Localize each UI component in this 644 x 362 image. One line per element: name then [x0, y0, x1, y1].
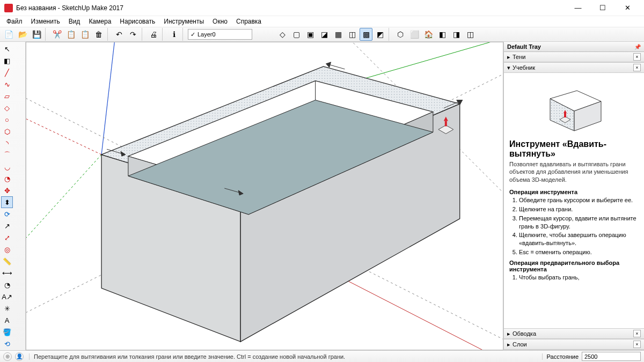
copy-icon[interactable]: 📋: [64, 28, 77, 41]
toolbox: ↖ ◧ ╱ ∿ ▱ ◇ ○ ⬡ ◝ ⌒ ◡ ◔ ✥ ⬍ ⟳ ↗ ⤢ ◎ 📏 ⟷ …: [0, 42, 26, 350]
paint-tool-icon[interactable]: 🪣: [1, 326, 13, 338]
expand-icon: ▸: [507, 54, 510, 61]
credits-icon[interactable]: 👤: [15, 352, 24, 361]
layer-selected-label: Layer0: [197, 31, 216, 38]
view-iso-icon[interactable]: ⬡: [394, 28, 407, 41]
style-iso-icon[interactable]: ◇: [276, 28, 289, 41]
arc2-tool-icon[interactable]: ⌒: [1, 149, 13, 161]
orbit-tool-icon[interactable]: ⟲: [1, 338, 13, 350]
style-hidden-icon[interactable]: ▣: [304, 28, 317, 41]
arc-tool-icon[interactable]: ◝: [1, 137, 13, 149]
separator: [142, 28, 145, 41]
style-xray-selected-icon[interactable]: ▩: [360, 28, 372, 41]
menu-window[interactable]: Окно: [208, 17, 232, 26]
undo-icon[interactable]: ↶: [113, 28, 126, 41]
viewport-3d[interactable]: [26, 42, 503, 350]
rotate-tool-icon[interactable]: ⟳: [1, 208, 13, 220]
tape-tool-icon[interactable]: 📏: [1, 255, 13, 267]
cut-icon[interactable]: ✂️: [50, 28, 63, 41]
menu-view[interactable]: Вид: [64, 17, 85, 26]
save-file-icon[interactable]: 💾: [30, 28, 43, 41]
close-button[interactable]: ✕: [615, 0, 640, 16]
menu-tools[interactable]: Инструменты: [159, 17, 208, 26]
select-tool-icon[interactable]: ↖: [1, 43, 13, 55]
view-back-icon[interactable]: ◨: [450, 28, 463, 41]
style-shaded-icon[interactable]: ◪: [318, 28, 331, 41]
panel-close-icon[interactable]: ×: [633, 53, 641, 61]
freehand-tool-icon[interactable]: ∿: [1, 78, 13, 90]
delete-icon[interactable]: 🗑: [92, 28, 105, 41]
menubar: Файл Изменить Вид Камера Нарисовать Инст…: [0, 16, 644, 27]
separator: [45, 28, 48, 41]
panel-close-icon[interactable]: ×: [633, 341, 641, 348]
instructor-illustration: [509, 77, 639, 136]
menu-edit[interactable]: Изменить: [27, 17, 64, 26]
circle-tool-icon[interactable]: ○: [1, 114, 13, 125]
line-tool-icon[interactable]: ╱: [1, 67, 13, 78]
instructor-presel-steps: Чтобы выбрать грань,: [509, 274, 639, 282]
pushpull-tool-icon[interactable]: ⬍: [1, 196, 13, 208]
panel-close-icon[interactable]: ×: [633, 64, 641, 71]
view-right-icon[interactable]: ◧: [436, 28, 449, 41]
minimize-button[interactable]: —: [566, 0, 590, 16]
style-shaded-tex-icon[interactable]: ▦: [332, 28, 345, 41]
instructor-step: Щелкните, чтобы завершить операцию «вдав…: [519, 231, 639, 247]
separator: [162, 28, 165, 41]
style-backface-icon[interactable]: ◩: [374, 28, 386, 41]
panel-shadows-header[interactable]: ▸ Тени ×: [504, 52, 644, 62]
menu-draw[interactable]: Нарисовать: [115, 17, 159, 26]
main-toolbar: 📄 📂 💾 ✂️ 📋 📋 🗑 ↶ ↷ 🖨 ℹ ✓ Layer0 ◇ ▢ ▣ ◪ …: [0, 27, 644, 42]
instructor-step: Чтобы выбрать грань,: [519, 274, 639, 282]
offset-tool-icon[interactable]: ◎: [1, 243, 13, 255]
panel-layers-header[interactable]: ▸ Слои ×: [504, 339, 644, 350]
move-tool-icon[interactable]: ✥: [1, 184, 13, 196]
model-info-icon[interactable]: ℹ: [167, 28, 180, 41]
rotated-rect-tool-icon[interactable]: ◇: [1, 102, 13, 114]
pie-tool-icon[interactable]: ◔: [1, 173, 13, 184]
menu-help[interactable]: Справка: [232, 17, 266, 26]
default-tray: Default Tray 📌 ▸ Тени × ▾ Учебник ×: [503, 42, 644, 350]
menu-file[interactable]: Файл: [2, 17, 27, 26]
view-left-icon[interactable]: ◫: [464, 28, 477, 41]
axes-tool-icon[interactable]: ✳: [1, 302, 13, 314]
paste-icon[interactable]: 📋: [78, 28, 91, 41]
arc3-tool-icon[interactable]: ◡: [1, 161, 13, 173]
layer-selector[interactable]: ✓ Layer0: [188, 29, 252, 40]
followme-tool-icon[interactable]: ↗: [1, 220, 13, 232]
dimension-tool-icon[interactable]: ⟷: [1, 267, 13, 279]
eraser-tool-icon[interactable]: ◧: [1, 55, 13, 67]
3dtext-tool-icon[interactable]: A: [1, 314, 13, 326]
panel-instructor-header[interactable]: ▾ Учебник ×: [504, 63, 644, 73]
print-icon[interactable]: 🖨: [147, 28, 160, 41]
geolocation-icon[interactable]: ⊕: [3, 352, 12, 361]
redo-icon[interactable]: ↷: [127, 28, 140, 41]
style-wire-icon[interactable]: ▢: [290, 28, 303, 41]
open-file-icon[interactable]: 📂: [16, 28, 29, 41]
panel-close-icon[interactable]: ×: [633, 330, 641, 337]
pin-icon[interactable]: 📌: [634, 44, 641, 50]
separator: [389, 28, 392, 41]
instructor-step: Обведите грань курсором и выберите ее.: [519, 196, 639, 204]
app-logo-icon: [4, 4, 13, 12]
measure-input[interactable]: 2500: [582, 352, 641, 361]
axis-red-neg: [26, 104, 101, 155]
instructor-tool-desc: Позволяет вдавливать и вытягивать грани …: [509, 160, 639, 183]
rectangle-tool-icon[interactable]: ▱: [1, 90, 13, 102]
view-front-icon[interactable]: 🏠: [422, 28, 435, 41]
panel-shadows-label: Тени: [513, 54, 525, 60]
text-tool-icon[interactable]: A↗: [1, 291, 13, 302]
statusbar: ⊕ 👤 Перетащите для вытягивания или толка…: [0, 350, 644, 362]
panel-outline-header[interactable]: ▸ Обводка ×: [504, 329, 644, 339]
scale-tool-icon[interactable]: ⤢: [1, 232, 13, 243]
style-mono-icon[interactable]: ◫: [346, 28, 358, 41]
polygon-tool-icon[interactable]: ⬡: [1, 125, 13, 137]
view-top-icon[interactable]: ⬜: [408, 28, 421, 41]
panel-layers: ▸ Слои ×: [504, 339, 644, 350]
protractor-tool-icon[interactable]: ◔: [1, 279, 13, 291]
panel-outline-label: Обводка: [513, 330, 536, 337]
collapse-icon: ▾: [507, 64, 510, 71]
new-file-icon[interactable]: 📄: [2, 28, 15, 41]
tray-header[interactable]: Default Tray 📌: [504, 42, 644, 52]
menu-camera[interactable]: Камера: [84, 17, 115, 26]
maximize-button[interactable]: ☐: [590, 0, 615, 16]
